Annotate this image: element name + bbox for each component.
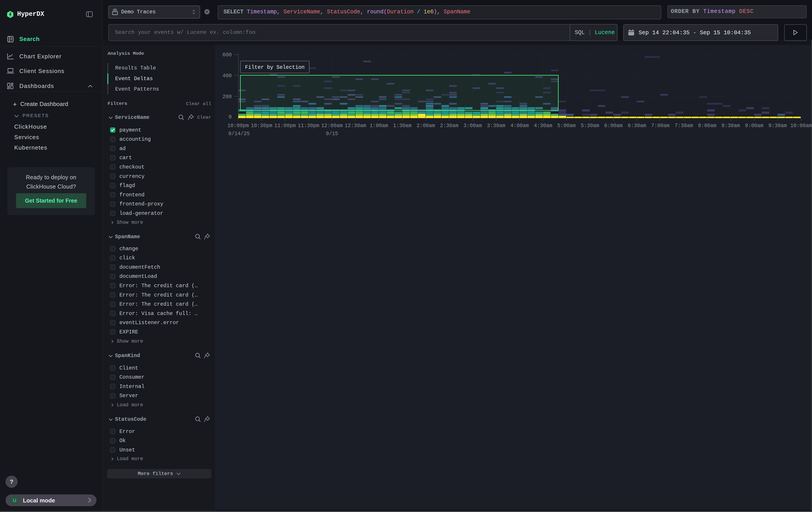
svg-text:1:00am: 1:00am [370,123,388,129]
svg-text:8:30am: 8:30am [722,123,740,129]
svg-text:4:00am: 4:00am [511,123,529,129]
svg-text:12:00am: 12:00am [321,123,343,129]
svg-text:2:30am: 2:30am [440,123,459,129]
svg-text:5:00am: 5:00am [557,123,576,129]
svg-text:1:30am: 1:30am [393,123,411,129]
svg-text:3:00am: 3:00am [464,123,482,129]
svg-text:2:00am: 2:00am [417,123,435,129]
svg-text:10:30pm: 10:30pm [251,123,272,129]
svg-text:8:00am: 8:00am [698,123,717,129]
svg-text:9/15: 9/15 [326,131,338,137]
svg-text:5:30am: 5:30am [581,123,599,129]
svg-text:10:00am: 10:00am [790,123,812,129]
svg-text:12:30am: 12:30am [345,123,366,129]
svg-text:200: 200 [223,94,232,100]
svg-text:6:00am: 6:00am [604,123,623,129]
svg-text:3:30am: 3:30am [487,123,505,129]
svg-text:0: 0 [229,114,232,120]
svg-text:11:00pm: 11:00pm [274,123,296,129]
svg-text:10:00pm: 10:00pm [228,123,249,129]
svg-text:Filter by Selection: Filter by Selection [245,64,304,70]
svg-text:9/14/25: 9/14/25 [228,131,250,137]
svg-text:9:30am: 9:30am [768,123,787,129]
svg-text:9:00am: 9:00am [745,123,763,129]
svg-text:7:00am: 7:00am [651,123,670,129]
svg-text:7:30am: 7:30am [675,123,693,129]
svg-text:11:30pm: 11:30pm [298,123,319,129]
svg-text:600: 600 [223,52,232,58]
svg-text:400: 400 [223,73,232,79]
svg-text:6:30am: 6:30am [628,123,646,129]
svg-text:4:30am: 4:30am [534,123,552,129]
